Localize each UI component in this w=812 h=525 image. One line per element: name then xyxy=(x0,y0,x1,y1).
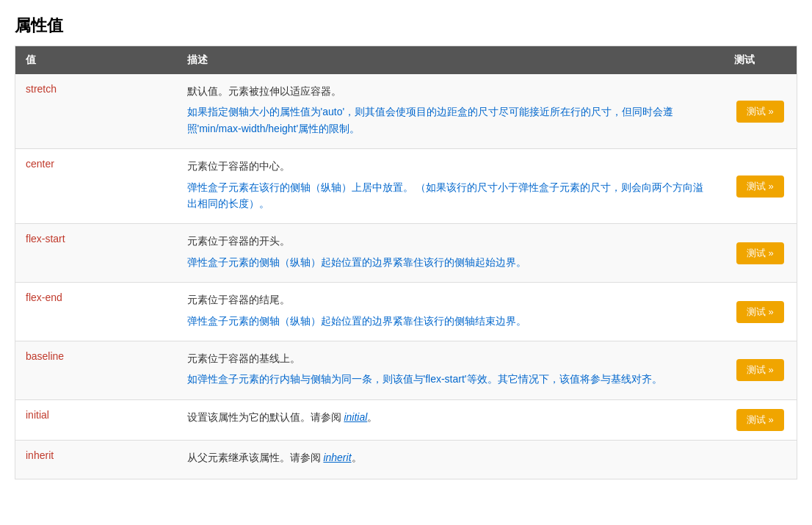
table-row: inherit从父元素继承该属性。请参阅 inherit。 xyxy=(15,440,797,479)
properties-table: 值 描述 测试 stretch默认值。元素被拉伸以适应容器。如果指定侧轴大小的属… xyxy=(15,46,797,479)
property-description: 元素位于容器的结尾。弹性盒子元素的侧轴（纵轴）起始位置的边界紧靠住该行的侧轴结束… xyxy=(177,283,724,341)
header-test: 测试 xyxy=(724,46,797,75)
test-button[interactable]: 测试 » xyxy=(736,242,784,264)
test-button[interactable]: 测试 » xyxy=(736,175,784,198)
desc-primary: 元素位于容器的中心。 xyxy=(187,158,714,174)
table-row: flex-start元素位于容器的开头。弹性盒子元素的侧轴（纵轴）起始位置的边界… xyxy=(15,224,797,283)
test-button[interactable]: 测试 » xyxy=(736,101,784,123)
test-cell: 测试 » xyxy=(724,74,797,149)
property-value: flex-end xyxy=(15,283,177,341)
property-description: 默认值。元素被拉伸以适应容器。如果指定侧轴大小的属性值为'auto'，则其值会使… xyxy=(177,74,724,149)
property-value: baseline xyxy=(15,341,177,399)
desc-primary: 元素位于容器的开头。 xyxy=(187,233,714,249)
desc-secondary: 弹性盒子元素的侧轴（纵轴）起始位置的边界紧靠住该行的侧轴起始边界。 xyxy=(187,254,714,270)
property-description: 元素位于容器的中心。弹性盒子元素在该行的侧轴（纵轴）上居中放置。 （如果该行的尺… xyxy=(177,149,724,224)
desc-with-link: 从父元素继承该属性。请参阅 inherit。 xyxy=(187,449,714,466)
desc-secondary: 如弹性盒子元素的行内轴与侧轴为同一条，则该值与'flex-start'等效。其它… xyxy=(187,371,714,387)
table-row: stretch默认值。元素被拉伸以适应容器。如果指定侧轴大小的属性值为'auto… xyxy=(15,74,797,149)
test-button[interactable]: 测试 » xyxy=(736,409,784,431)
header-value: 值 xyxy=(15,46,177,75)
page-title: 属性值 xyxy=(15,15,797,37)
property-description: 设置该属性为它的默认值。请参阅 initial。 xyxy=(177,399,724,440)
test-button[interactable]: 测试 » xyxy=(736,301,784,323)
property-description: 从父元素继承该属性。请参阅 inherit。 xyxy=(177,440,724,479)
test-cell xyxy=(724,440,797,479)
table-row: baseline元素位于容器的基线上。如弹性盒子元素的行内轴与侧轴为同一条，则该… xyxy=(15,341,797,399)
test-button[interactable]: 测试 » xyxy=(736,359,784,381)
test-cell: 测试 » xyxy=(724,341,797,399)
desc-link[interactable]: initial xyxy=(344,411,367,423)
table-row: flex-end元素位于容器的结尾。弹性盒子元素的侧轴（纵轴）起始位置的边界紧靠… xyxy=(15,283,797,341)
desc-secondary: 如果指定侧轴大小的属性值为'auto'，则其值会使项目的边距盒的尺寸尽可能接近所… xyxy=(187,104,714,137)
property-description: 元素位于容器的开头。弹性盒子元素的侧轴（纵轴）起始位置的边界紧靠住该行的侧轴起始… xyxy=(177,224,724,283)
header-description: 描述 xyxy=(177,46,724,75)
property-value: stretch xyxy=(15,74,177,149)
desc-primary: 元素位于容器的基线上。 xyxy=(187,350,714,366)
property-description: 元素位于容器的基线上。如弹性盒子元素的行内轴与侧轴为同一条，则该值与'flex-… xyxy=(177,341,724,399)
desc-primary: 默认值。元素被拉伸以适应容器。 xyxy=(187,83,714,99)
desc-with-link: 设置该属性为它的默认值。请参阅 initial。 xyxy=(187,409,714,425)
table-header-row: 值 描述 测试 xyxy=(15,46,797,75)
test-cell: 测试 » xyxy=(724,399,797,440)
test-cell: 测试 » xyxy=(724,149,797,224)
property-value: inherit xyxy=(15,440,177,479)
table-row: center元素位于容器的中心。弹性盒子元素在该行的侧轴（纵轴）上居中放置。 （… xyxy=(15,149,797,224)
desc-primary: 元素位于容器的结尾。 xyxy=(187,292,714,308)
test-cell: 测试 » xyxy=(724,283,797,341)
property-value: center xyxy=(15,149,177,224)
table-row: initial设置该属性为它的默认值。请参阅 initial。测试 » xyxy=(15,399,797,440)
desc-secondary: 弹性盒子元素在该行的侧轴（纵轴）上居中放置。 （如果该行的尺寸小于弹性盒子元素的… xyxy=(187,179,714,212)
desc-secondary: 弹性盒子元素的侧轴（纵轴）起始位置的边界紧靠住该行的侧轴结束边界。 xyxy=(187,313,714,329)
property-value: initial xyxy=(15,399,177,440)
property-value: flex-start xyxy=(15,224,177,283)
desc-link[interactable]: inherit xyxy=(323,452,351,463)
test-cell: 测试 » xyxy=(724,224,797,283)
